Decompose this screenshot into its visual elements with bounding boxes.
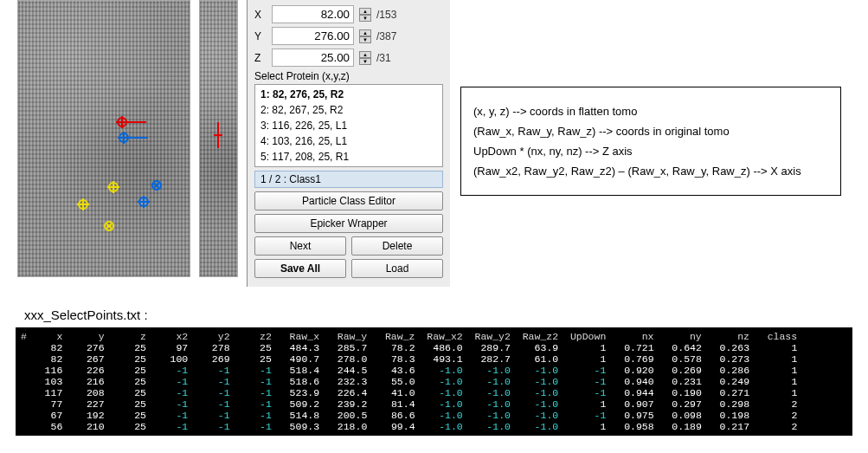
marker-yellow-1[interactable] <box>108 182 119 192</box>
x-label: X <box>254 9 267 21</box>
y-input[interactable] <box>272 27 354 45</box>
legend-line: (Raw_x, Raw_y, Raw_z) --> coords in orig… <box>473 125 828 138</box>
list-item[interactable]: 2: 82, 267, 25, R2 <box>255 102 442 118</box>
legend-line: (Raw_x2, Raw_y2, Raw_z2) – (Raw_x, Raw_y… <box>473 165 828 178</box>
legend-line: UpDown * (nx, ny, nz) --> Z axis <box>473 145 828 158</box>
z-label: Z <box>254 52 267 64</box>
marker-yellow-3[interactable] <box>104 221 114 231</box>
y-max: /387 <box>376 30 396 42</box>
next-button[interactable]: Next <box>254 236 346 256</box>
z-max: /31 <box>376 52 391 64</box>
main-tomo-viewer[interactable] <box>17 0 190 277</box>
side-slice-viewer[interactable] <box>199 0 238 277</box>
save-all-button[interactable]: Save All <box>254 259 346 278</box>
legend-box: (x, y, z) --> coords in flatten tomo (Ra… <box>460 87 841 196</box>
marker-blue-1[interactable] <box>119 133 129 143</box>
list-item[interactable]: 3: 116, 226, 25, L1 <box>255 118 442 133</box>
class-indicator[interactable]: 1 / 2 : Class1 <box>254 171 443 188</box>
delete-button[interactable]: Delete <box>351 236 443 256</box>
list-item[interactable]: 4: 103, 216, 25, L1 <box>255 133 442 149</box>
list-item[interactable]: 1: 82, 276, 25, R2 <box>255 87 442 102</box>
marker-red[interactable] <box>117 117 127 127</box>
side-noise-bg <box>200 1 237 276</box>
z-input[interactable] <box>272 49 354 67</box>
terminal-output: # x y z x2 y2 z2 Raw_x Raw_y Raw_z Raw_x… <box>16 327 852 436</box>
file-label: xxx_SelectPoints.txt : <box>24 307 868 322</box>
epicker-wrapper-button[interactable]: Epicker Wrapper <box>254 214 443 233</box>
load-button[interactable]: Load <box>351 259 443 278</box>
particle-class-editor-button[interactable]: Particle Class Editor <box>254 191 443 210</box>
coord-row-x: X ▲▼ /153 <box>254 5 443 23</box>
control-panel: X ▲▼ /153 Y ▲▼ /387 Z ▲▼ /31 Select Prot… <box>247 0 450 287</box>
coord-row-y: Y ▲▼ /387 <box>254 27 443 45</box>
select-protein-label: Select Protein (x,y,z) <box>254 70 443 82</box>
x-spinner[interactable]: ▲▼ <box>359 8 371 22</box>
y-label: Y <box>254 30 267 42</box>
tomo-noise-bg <box>18 1 190 276</box>
marker-yellow-2[interactable] <box>78 199 88 210</box>
coord-row-z: Z ▲▼ /31 <box>254 49 443 67</box>
y-spinner[interactable]: ▲▼ <box>359 29 371 43</box>
marker-blue-3[interactable] <box>138 197 149 207</box>
x-max: /153 <box>376 9 396 21</box>
protein-listbox[interactable]: 1: 82, 276, 25, R2 2: 82, 267, 25, R2 3:… <box>254 84 443 167</box>
list-item[interactable]: 5: 117, 208, 25, R1 <box>255 149 442 165</box>
z-spinner[interactable]: ▲▼ <box>359 51 371 65</box>
marker-blue-2[interactable] <box>151 180 162 191</box>
x-input[interactable] <box>272 5 354 23</box>
legend-line: (x, y, z) --> coords in flatten tomo <box>473 105 828 118</box>
